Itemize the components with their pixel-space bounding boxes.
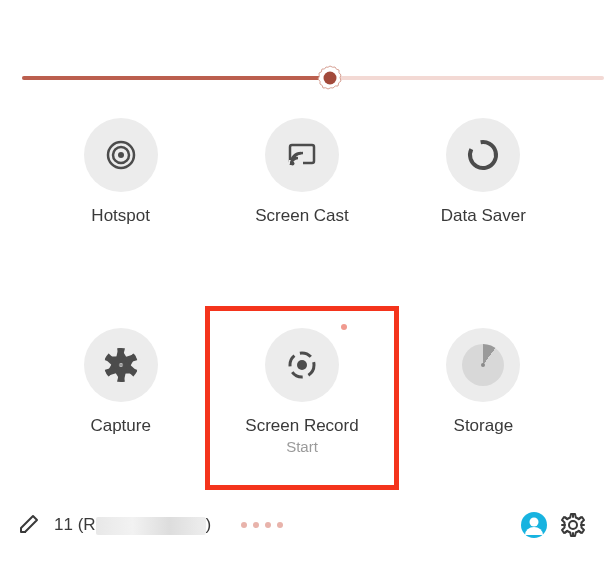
tile-label: Data Saver — [441, 206, 526, 226]
footer-bar: 11 (R) — [18, 509, 586, 541]
tile-screen-record[interactable]: Screen Record Start — [211, 328, 392, 478]
aperture-icon — [84, 328, 158, 402]
build-version: 11 (R) — [54, 515, 211, 535]
page-indicator — [241, 522, 283, 528]
svg-point-0 — [324, 72, 337, 85]
tile-capture[interactable]: Capture — [30, 328, 211, 478]
svg-point-7 — [290, 162, 294, 166]
tile-label: Screen Record — [245, 416, 358, 436]
tile-hotspot[interactable]: Hotspot — [30, 118, 211, 268]
tile-label: Screen Cast — [255, 206, 349, 226]
tile-data-saver[interactable]: Data Saver — [393, 118, 574, 268]
version-suffix: ) — [206, 515, 212, 534]
settings-gear-icon[interactable] — [560, 512, 586, 538]
version-prefix: 11 (R — [54, 515, 96, 534]
redacted-text — [96, 517, 206, 535]
slider-fill — [22, 76, 330, 80]
data-saver-icon — [446, 118, 520, 192]
storage-pie-icon — [446, 328, 520, 402]
tile-sublabel: Start — [286, 438, 318, 455]
svg-point-13 — [297, 360, 307, 370]
brightness-slider[interactable] — [22, 62, 604, 92]
svg-point-1 — [118, 152, 124, 158]
brightness-thumb-icon[interactable] — [316, 64, 344, 92]
record-icon — [265, 328, 339, 402]
tile-screen-cast[interactable]: Screen Cast — [211, 118, 392, 268]
tile-label: Hotspot — [91, 206, 150, 226]
hotspot-icon — [84, 118, 158, 192]
svg-point-8 — [466, 137, 502, 173]
quick-settings-grid: Hotspot Screen Cast Data Saver — [0, 118, 604, 478]
svg-point-16 — [530, 518, 539, 527]
svg-point-17 — [569, 521, 577, 529]
user-avatar-icon[interactable] — [520, 511, 548, 539]
tile-label: Storage — [454, 416, 514, 436]
tile-storage[interactable]: Storage — [393, 328, 574, 478]
tile-label: Capture — [90, 416, 150, 436]
edit-icon[interactable] — [18, 511, 42, 539]
recording-indicator-icon — [341, 324, 347, 330]
cast-icon — [265, 118, 339, 192]
